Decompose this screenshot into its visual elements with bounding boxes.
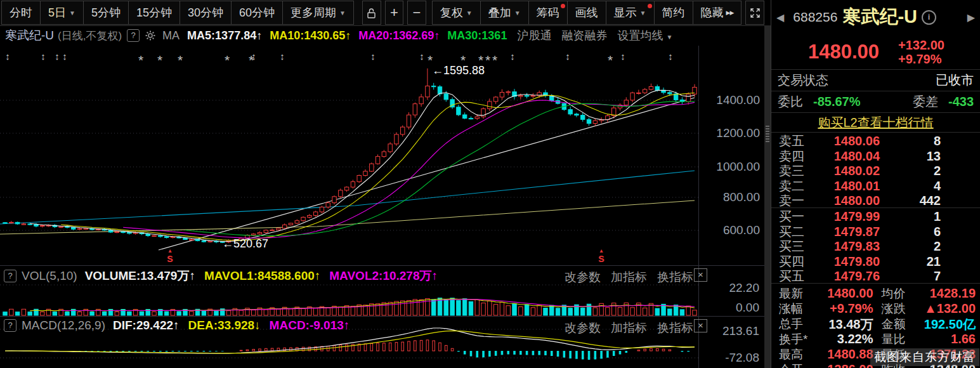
stat-row: 总手13.48万 金额192.50亿 (779, 316, 976, 331)
period-tab-intraday[interactable]: 分时 (2, 1, 41, 24)
bid-row-3[interactable]: 买三1479.832 (771, 238, 980, 253)
chips-button[interactable]: 筹码 (529, 1, 568, 24)
svg-text:*: * (138, 53, 143, 67)
fullscreen-button[interactable] (745, 1, 764, 25)
ma-settings-gear[interactable] (145, 30, 156, 41)
ma30-value: MA30:1361 (447, 29, 507, 43)
buy-l2-link[interactable]: 购买L2查看十档行情 (818, 114, 933, 131)
ask-row-5[interactable]: 卖五1480.068 (771, 133, 980, 148)
volume-value: VOLUME:13.479万↑ (85, 268, 195, 284)
chart-title: 寒武纪-U (5, 27, 54, 44)
price-block: 1480.00 +132.00 +9.79% (771, 34, 980, 70)
ask-row-3[interactable]: 卖三1480.022 (771, 162, 980, 178)
ma-setting-link[interactable]: 设置均线▼ (617, 28, 672, 43)
prev-stock-arrow-icon[interactable]: ◀ (776, 11, 784, 23)
macd-panel: ? MACD(12,26,9) DIF:29.422↑ DEA:33.928↓ … (0, 316, 764, 368)
lock-button[interactable] (362, 1, 381, 25)
add-indicator-button[interactable]: 加指标 (611, 320, 647, 336)
bid-row-4[interactable]: 买四1479.8021 (771, 253, 980, 268)
display-button[interactable]: 显示▼ (606, 1, 655, 24)
period-tab-60min[interactable]: 60分钟 (232, 1, 283, 24)
y-axis-label: 600.00 (723, 223, 760, 237)
y-axis-label: 1000.00 (716, 160, 760, 174)
svg-text:↕: ↕ (510, 51, 515, 62)
period-tab-5min[interactable]: 5分钟 (84, 1, 129, 24)
bid-levels: 买一1479.991 买二1479.876 买三1479.832 买四1479.… (771, 208, 980, 283)
hgt-link[interactable]: 沪股通 (517, 28, 551, 43)
ask-row-2[interactable]: 卖二1480.014 (771, 178, 980, 193)
svg-text:↕: ↕ (419, 51, 424, 62)
info-icon[interactable]: i (922, 10, 936, 25)
zoom-in-button[interactable]: + (385, 1, 404, 25)
ask-row-1[interactable]: 卖一1480.00442 (771, 192, 980, 207)
hide-button[interactable]: 隐藏▶▶ (693, 1, 742, 24)
turnover-amount-value: 192.50亿 (924, 316, 976, 333)
latest-value: 1480.00 (827, 286, 873, 301)
vol-axis-max: 22.20 (698, 281, 764, 295)
quote-panel: ◀ 688256 寒武纪-U i ▶ 1480.00 +132.00 +9.79… (771, 0, 980, 368)
svg-text:*: * (249, 53, 254, 67)
svg-text:↕: ↕ (5, 51, 10, 62)
open-value: 1386.00 (827, 362, 873, 368)
chevron-down-icon: ▼ (514, 10, 521, 16)
next-stock-arrow-icon[interactable]: ▶ (967, 11, 975, 23)
help-icon[interactable]: ? (127, 29, 140, 42)
help-icon[interactable]: ? (4, 270, 16, 282)
zoom-out-button[interactable]: − (407, 1, 426, 25)
chevron-down-icon: ▼ (69, 10, 75, 16)
mavol2-value: MAVOL2:10.278万↑ (329, 268, 438, 284)
period-tab-30min[interactable]: 30分钟 (180, 1, 232, 24)
close-volume-panel-button[interactable]: × (694, 268, 707, 282)
macd-axis-min: -72.08 (698, 351, 764, 365)
svg-text:*: * (225, 53, 230, 67)
modify-params-button[interactable]: 改参数 (565, 320, 601, 336)
y-axis-label: 800.00 (723, 190, 760, 204)
period-tab-5day[interactable]: 5日▼ (41, 1, 84, 24)
switch-indicator-button[interactable]: 换指标 (657, 320, 693, 336)
period-button-group: 分时 5日▼ 5分钟 15分钟 30分钟 60分钟 更多周期▼ (1, 1, 354, 25)
double-arrow-icon: ▶▶ (726, 10, 734, 16)
high-value: 1480.88 (827, 347, 873, 362)
chevron-down-icon: ▼ (640, 10, 646, 16)
total-volume-value: 13.48万 (828, 316, 873, 333)
turnover-rate-value: 3.22% (837, 332, 873, 346)
stat-row: 换手*3.22% 量比1.66 (779, 331, 976, 346)
help-icon[interactable]: ? (4, 319, 16, 332)
vol-axis-min: 0.00 (698, 301, 764, 315)
volume-ratio-value: 1.66 (951, 332, 976, 346)
add-indicator-button[interactable]: 加指标 (611, 269, 647, 286)
svg-text:↕: ↕ (620, 51, 625, 62)
candlestick-chart-canvas[interactable]: ←1595.88←520.67↕↕↕↕↕↕↕↕↕↕↕↕***********▴s… (0, 46, 698, 265)
modify-params-button[interactable]: 改参数 (565, 269, 601, 286)
svg-text:↕: ↕ (565, 51, 570, 62)
svg-text:↕: ↕ (55, 51, 60, 62)
weibi-row: 委比 -85.67% 委差 -433 (771, 91, 980, 113)
overlay-button[interactable]: 叠加▼ (481, 1, 529, 24)
adjust-price-button[interactable]: 复权▼ (433, 1, 481, 24)
svg-text:↕: ↕ (41, 51, 46, 62)
svg-text:*: * (478, 53, 483, 67)
close-macd-panel-button[interactable]: × (694, 319, 707, 332)
y-axis-label: 1400.00 (716, 93, 760, 107)
draw-line-button[interactable]: 画线 (568, 1, 606, 24)
ask-row-4[interactable]: 卖四1480.0413 (771, 148, 980, 163)
price-change: +132.00 (898, 38, 944, 52)
trading-status-value: 已收市 (936, 72, 974, 89)
bid-row-1[interactable]: 买一1479.991 (771, 208, 980, 223)
l2-promo-row: 购买L2查看十档行情 (771, 113, 980, 133)
chart-header: 寒武纪-U (日线,不复权) ? MA MA5:1377.84↑ MA10:14… (0, 25, 764, 46)
period-tab-15min[interactable]: 15分钟 (129, 1, 180, 24)
bid-row-5[interactable]: 买五1479.767 (771, 268, 980, 283)
quote-header: ◀ 688256 寒武纪-U i ▶ (771, 0, 980, 34)
notification-dot (648, 4, 652, 8)
pct-change-value: +9.79% (830, 301, 873, 316)
period-tab-more[interactable]: 更多周期▼ (283, 1, 353, 24)
margin-trading-link[interactable]: 融资融券 (561, 28, 607, 43)
svg-text:↕: ↕ (62, 51, 67, 62)
panel-splitter[interactable] (764, 25, 771, 368)
mavol1-value: MAVOL1:84588.600↑ (204, 269, 320, 283)
volume-panel-header: ? VOL(5,10) VOLUME:13.479万↑ MAVOL1:84588… (4, 268, 438, 284)
bid-row-2[interactable]: 买二1479.876 (771, 223, 980, 239)
switch-indicator-button[interactable]: 换指标 (657, 269, 693, 286)
simple-mode-button[interactable]: 简约 (655, 1, 693, 24)
